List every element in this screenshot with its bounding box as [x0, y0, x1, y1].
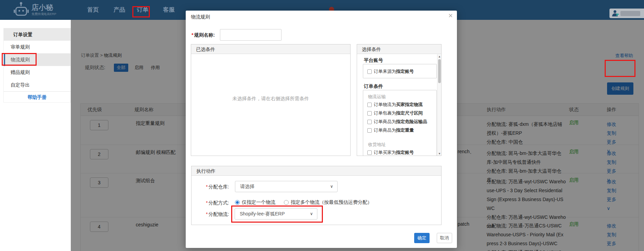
app-logo[interactable]: 店小秘 免费跨境电商ERP [14, 3, 56, 17]
app-tagline: 免费跨境电商ERP [31, 12, 56, 16]
nav-item-products[interactable]: 产品 [114, 0, 125, 20]
confirm-button[interactable]: 确定 [414, 233, 430, 243]
shipping-address-subheading: 收货地址 [368, 142, 386, 148]
condition-checkbox-weight[interactable]: 订单商品为指定重量 [367, 127, 414, 133]
assign-method-label: *分配方式: [206, 200, 229, 206]
selected-conditions-panel: 已选条件 未选择条件，请在右侧选择所需条件 [191, 44, 351, 156]
close-icon[interactable]: × [448, 12, 453, 19]
sidebar-item-logistics-rules[interactable]: 物流规则 [4, 53, 70, 66]
condition-checkbox-order-source[interactable]: 订单来源为指定账号 [367, 68, 414, 75]
nav-item-service[interactable]: 客服 [163, 0, 175, 20]
order-conditions-box: 物流运输 订单物流为买家指定物流 订单包裹为指定尺寸区间 订单商品为指定危险运输… [363, 90, 437, 156]
cursor-arrow-icon [616, 13, 619, 17]
rule-name-input[interactable] [220, 29, 281, 41]
nav-item-orders[interactable]: 订单 [137, 0, 148, 20]
execute-action-title: 执行动作 [192, 166, 441, 176]
app-name: 店小秘 [31, 4, 56, 11]
platform-account-heading: 平台账号 [364, 57, 383, 64]
scroll-down-icon[interactable]: ▼ [437, 152, 442, 155]
assign-logistics-select[interactable]: Shopify-lee-赛狐ERP ∨ [235, 208, 317, 220]
conditions-scrollbar[interactable]: ▲ ▼ [437, 54, 441, 156]
condition-checkbox-package-size[interactable]: 订单包裹为指定尺寸区间 [367, 110, 423, 116]
radio-selected-icon[interactable] [235, 200, 240, 205]
execute-action-panel: 执行动作 *分配仓库: 请选择 ∨ *分配方式: 仅指定一个物流 指定多个物流（… [191, 166, 442, 225]
checkbox-icon[interactable] [367, 69, 372, 74]
radio-multi-logistics[interactable]: 指定多个物流（按最低预估运费分配） [284, 199, 372, 206]
choose-conditions-title: 选择条件 [357, 44, 441, 54]
selected-conditions-title: 已选条件 [191, 44, 350, 54]
logistics-transport-subheading: 物流运输 [368, 94, 386, 100]
robot-logo-icon [14, 3, 29, 17]
sidebar-help-manual-link[interactable]: 帮助手册 [4, 91, 70, 102]
empty-conditions-placeholder: 未选择条件，请在右侧选择所需条件 [191, 96, 350, 102]
radio-single-logistics[interactable]: 仅指定一个物流 [235, 199, 275, 206]
nav-item-home[interactable]: 首页 [87, 0, 99, 20]
assign-warehouse-label: *分配仓库: [206, 184, 229, 190]
condition-checkbox-buyer-account[interactable]: 订单买家为指定账号 [367, 149, 414, 156]
modal-title: 物流规则 [191, 14, 210, 20]
sidebar: 订单设置 审单规则 物流规则 赠品规则 自定导出 帮助手册 [3, 28, 71, 103]
rule-name-label: *规则名称: [192, 32, 215, 38]
condition-checkbox-dangerous-goods[interactable]: 订单商品为指定危险运输品 [367, 119, 427, 125]
assign-logistics-label: *分配物流: [206, 211, 229, 217]
checkbox-icon[interactable] [367, 103, 372, 107]
radio-unselected-icon[interactable] [284, 200, 289, 205]
user-account[interactable] [609, 9, 644, 18]
sidebar-title: 订单设置 [4, 28, 70, 41]
required-asterisk: * [192, 32, 193, 38]
condition-checkbox-buyer-logistics[interactable]: 订单物流为买家指定物流 [367, 102, 423, 108]
order-conditions-heading: 订单条件 [364, 83, 383, 90]
scroll-up-icon[interactable]: ▲ [437, 55, 442, 58]
checkbox-icon[interactable] [367, 128, 372, 133]
sidebar-item-review-rules[interactable]: 审单规则 [4, 41, 70, 53]
cancel-button[interactable]: 取消 [437, 233, 452, 243]
assign-warehouse-select[interactable]: 请选择 ∨ [235, 181, 338, 192]
logistics-rule-modal: 物流规则 × *规则名称: 已选条件 未选择条件，请在右侧选择所需条件 选择条件… [186, 11, 457, 248]
scrollbar-thumb[interactable] [438, 59, 441, 83]
checkbox-icon[interactable] [367, 111, 372, 116]
chevron-down-icon: ∨ [310, 209, 313, 219]
sidebar-item-gift-rules[interactable]: 赠品规则 [4, 66, 70, 79]
checkbox-icon[interactable] [367, 120, 372, 124]
username-blurred [620, 11, 640, 16]
chevron-down-icon: ∨ [330, 181, 333, 192]
choose-conditions-panel: 选择条件 平台账号 订单来源为指定账号 订单条件 物流运输 订单物流为买家指定物… [357, 44, 442, 156]
platform-account-box: 订单来源为指定账号 [363, 64, 437, 78]
checkbox-icon[interactable] [367, 150, 372, 155]
sidebar-item-custom-export[interactable]: 自定导出 [4, 79, 70, 91]
